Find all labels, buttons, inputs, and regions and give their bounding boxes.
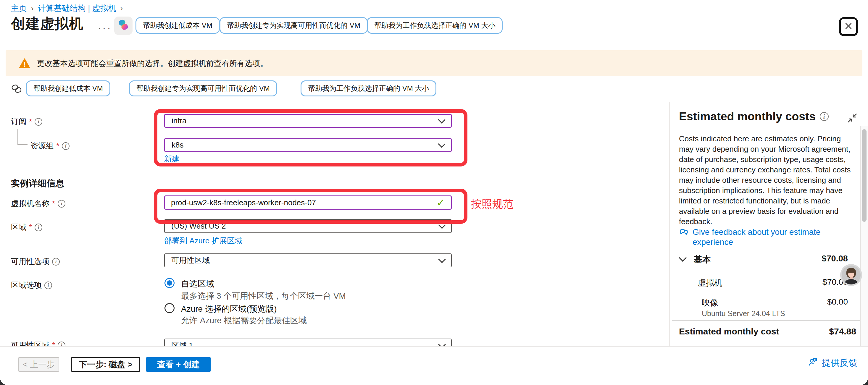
region-value: (US) West US 2	[171, 222, 226, 231]
warning-text: 更改基本选项可能会重置所做的选择。创建虚拟机前查看所有选项。	[37, 58, 268, 69]
chevron-down-icon	[438, 140, 445, 148]
region-dropdown[interactable]: (US) West US 2	[164, 219, 452, 233]
chevron-down-icon	[438, 116, 445, 123]
cost-group-value: $70.08	[822, 254, 848, 263]
availability-options-label: 可用性选项 i	[11, 256, 60, 267]
subscription-dropdown[interactable]: infra	[164, 114, 452, 128]
more-button[interactable]: ···	[98, 22, 112, 34]
radio-self-selected-zone-label[interactable]: 自选区域	[181, 278, 214, 289]
resource-group-dropdown[interactable]: k8s	[164, 138, 452, 152]
availability-options-value: 可用性区域	[171, 255, 210, 265]
vm-name-input[interactable]: prod-usw2-k8s-freeleaps-worker-nodes-07 …	[164, 195, 452, 210]
instance-details-heading: 实例详细信息	[11, 178, 64, 190]
avatar-image	[842, 265, 861, 285]
review-create-button[interactable]: 查看 + 创建	[146, 357, 211, 372]
region-label: 区域* i	[11, 222, 42, 232]
tree-connector-vertical	[18, 129, 18, 145]
cost-item-image-desc: Ubuntu Server 24.04 LTS	[702, 309, 785, 318]
breadcrumb-vm-link[interactable]: 计算基础结构 | 虚拟机	[38, 3, 116, 13]
suggestion-right-vm-size[interactable]: 帮助我为工作负载选择正确的 VM 大小	[367, 17, 503, 34]
cost-panel-title: Estimated monthly costs i	[679, 110, 829, 123]
close-button[interactable]	[839, 17, 858, 36]
annotation-text: 按照规范	[471, 197, 514, 212]
warning-icon	[19, 58, 30, 69]
cost-group-name[interactable]: 基本	[694, 254, 711, 265]
chevron-down-icon	[438, 255, 445, 263]
subscription-label: 订阅* i	[11, 117, 42, 127]
deploy-extended-zone-link[interactable]: 部署到 Azure 扩展区域	[164, 236, 242, 246]
cost-panel-description: Costs indicated here are estimates only.…	[679, 134, 854, 227]
cost-item-vm-name: 虚拟机	[698, 277, 722, 289]
create-vm-blade: 主页 › 计算基础结构 | 虚拟机 › 创建虚拟机 ··· 帮助我创建低成	[0, 0, 868, 385]
radio-self-selected-zone[interactable]	[164, 278, 175, 288]
availability-options-dropdown[interactable]: 可用性区域	[164, 253, 452, 267]
suggestion-low-cost-vm[interactable]: 帮助我创建低成本 VM	[135, 17, 220, 34]
copilot-button[interactable]	[114, 17, 132, 35]
suggestion-right-vm-size-2[interactable]: 帮助我为工作负载选择正确的 VM 大小	[301, 81, 436, 96]
panel-divider	[669, 102, 670, 346]
subscription-value: infra	[172, 116, 187, 125]
radio-azure-selected-zone-label[interactable]: Azure 选择的区域(预览版)	[181, 303, 277, 315]
page-title: 创建虚拟机	[11, 14, 84, 33]
info-icon[interactable]: i	[35, 224, 42, 231]
tree-connector-horizontal	[18, 144, 28, 145]
collapse-panel-icon[interactable]	[847, 113, 858, 125]
info-icon[interactable]: i	[820, 112, 829, 121]
breadcrumb: 主页 › 计算基础结构 | 虚拟机 ›	[11, 3, 123, 13]
suggestion-high-availability-vm[interactable]: 帮助我创建专为实现高可用性而优化的 VM	[219, 17, 368, 34]
estimate-feedback-link[interactable]: Give feedback about your estimate experi…	[679, 227, 832, 247]
scrollbar-track[interactable]	[860, 126, 868, 346]
cost-panel-divider	[672, 321, 861, 321]
scrollbar-thumb[interactable]	[862, 129, 867, 222]
vm-name-label: 虚拟机名称* i	[11, 198, 65, 209]
breadcrumb-separator: ›	[31, 4, 34, 13]
close-icon	[844, 21, 853, 32]
info-icon[interactable]: i	[35, 118, 42, 126]
vm-name-value: prod-usw2-k8s-freeleaps-worker-nodes-07	[171, 198, 316, 207]
avatar[interactable]	[840, 264, 862, 286]
give-feedback-link[interactable]: 提供反馈	[808, 357, 857, 369]
info-icon[interactable]: i	[52, 258, 60, 265]
suggestion-low-cost-vm-2[interactable]: 帮助我创建低成本 VM	[26, 81, 110, 96]
cost-item-image-name: 映像	[702, 297, 718, 309]
total-cost-label: Estimated monthly cost	[679, 326, 779, 336]
copilot-logo-icon	[117, 19, 130, 33]
radio-azure-selected-zone-desc: 允许 Azure 根据需要分配最佳区域	[181, 315, 307, 326]
feedback-person-icon	[808, 357, 818, 369]
resource-group-label: 资源组* i	[30, 141, 69, 151]
create-new-resource-group-link[interactable]: 新建	[164, 154, 180, 164]
copilot-outline-icon	[11, 83, 23, 96]
info-icon[interactable]: i	[62, 142, 69, 150]
previous-button[interactable]: < 上一步	[18, 357, 59, 372]
total-cost-value: $74.88	[829, 326, 856, 336]
next-disks-button[interactable]: 下一步: 磁盘 >	[71, 357, 140, 372]
radio-self-selected-zone-desc: 最多选择 3 个可用性区域，每个区域一台 VM	[181, 290, 346, 301]
radio-azure-selected-zone[interactable]	[164, 303, 175, 313]
valid-check-icon: ✓	[437, 197, 445, 208]
resource-group-value: k8s	[172, 140, 183, 150]
expand-group-chevron-icon[interactable]	[679, 254, 687, 262]
info-icon[interactable]: i	[58, 200, 65, 207]
warning-banner: 更改基本选项可能会重置所做的选择。创建虚拟机前查看所有选项。	[6, 50, 862, 76]
suggestion-high-availability-vm-2[interactable]: 帮助我创建专为实现高可用性而优化的 VM	[129, 81, 277, 96]
zone-options-label: 区域选项 i	[11, 280, 52, 290]
info-icon[interactable]: i	[44, 282, 52, 289]
breadcrumb-home-link[interactable]: 主页	[11, 3, 27, 13]
chevron-down-icon	[438, 221, 445, 229]
footer-bar: < 上一步 下一步: 磁盘 > 查看 + 创建 提供反馈	[0, 346, 868, 385]
feedback-bubbles-icon	[679, 227, 689, 238]
breadcrumb-separator: ›	[120, 4, 123, 13]
cost-item-image-value: $0.00	[827, 297, 848, 307]
